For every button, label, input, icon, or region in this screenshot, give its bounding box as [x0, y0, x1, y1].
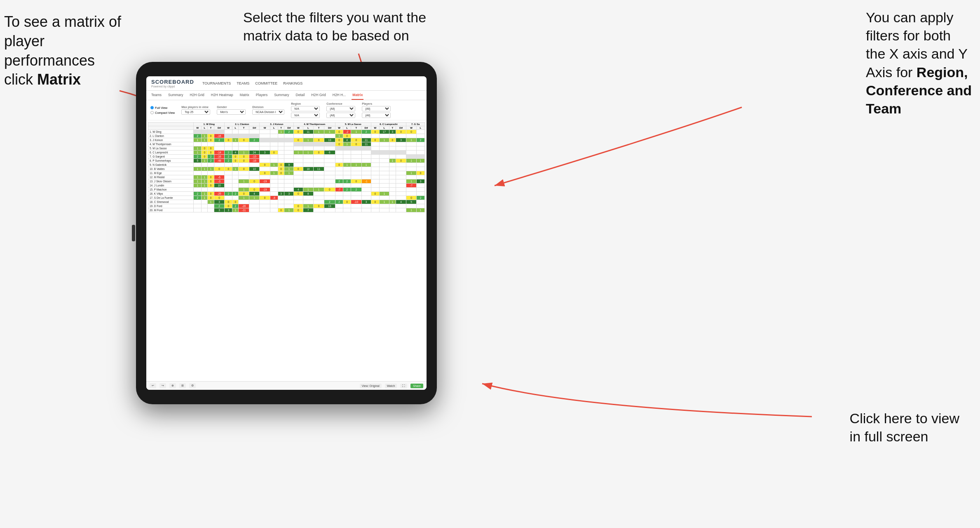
cell-14-22	[389, 188, 396, 192]
cell-16-0: 2	[194, 196, 202, 200]
filter-players: Players (All) (All)	[362, 102, 391, 118]
cell-9-3: 0	[214, 167, 224, 171]
cell-7-7: -16	[249, 159, 259, 163]
cell-0-1	[202, 130, 208, 134]
conference-select-1[interactable]: (All)	[326, 106, 355, 111]
player-name-9: 10. B Valdes	[148, 167, 194, 171]
cell-4-1: 0	[202, 146, 208, 151]
players-select-2[interactable]: (All)	[362, 113, 391, 118]
nav-rankings[interactable]: RANKINGS	[283, 81, 302, 85]
full-view-radio[interactable]	[150, 106, 154, 109]
cell-15-0: 2	[194, 192, 202, 196]
gender-select[interactable]: Men's	[217, 109, 246, 115]
cell-10-22	[389, 171, 396, 175]
settings-btn[interactable]: ⚙	[189, 383, 196, 388]
tab-matrix[interactable]: Matrix	[239, 91, 250, 100]
max-players-select[interactable]: Top 25	[181, 109, 210, 115]
watch-btn[interactable]: Watch	[385, 384, 397, 388]
cell-12-25: 3	[416, 179, 424, 184]
cell-9-4: 0	[225, 167, 232, 171]
tab-h2h-heatmap[interactable]: H2H Heatmap	[210, 91, 234, 100]
view-options: Full View Compact View	[150, 106, 175, 115]
cell-12-23	[396, 179, 406, 184]
cell-13-1: 1	[202, 184, 208, 188]
cell-19-19	[361, 208, 371, 212]
cell-3-8	[260, 142, 270, 146]
tab-detail[interactable]: Detail	[295, 91, 306, 100]
cell-0-8	[260, 130, 270, 134]
cell-2-5: 1	[232, 138, 239, 142]
cell-3-20	[371, 142, 379, 146]
grid-btn[interactable]: ⊞	[179, 383, 186, 388]
tab-h2h-grid[interactable]: H2H Grid	[189, 91, 205, 100]
cell-16-11	[284, 196, 294, 200]
cell-15-16	[335, 192, 343, 196]
cell-1-10	[278, 134, 284, 138]
cell-11-15	[324, 175, 335, 179]
matrix-container[interactable]: 1. W Ding 2. L Clanton 3. J Koivun 4. M …	[146, 120, 427, 381]
cell-16-14	[314, 196, 324, 200]
cell-2-16: 0	[335, 138, 343, 142]
zoom-btn[interactable]: ⊕	[169, 383, 176, 388]
cell-17-25	[416, 200, 424, 204]
cell-2-24: 1	[406, 138, 417, 142]
cell-4-7	[249, 146, 259, 151]
tab-h2h-h[interactable]: H2H H...	[332, 91, 347, 100]
cell-13-6	[239, 184, 249, 188]
compact-view-radio[interactable]	[150, 111, 154, 114]
view-original-btn[interactable]: View: Original	[360, 384, 382, 388]
full-view-option[interactable]: Full View	[150, 106, 175, 110]
cell-2-19: 11	[361, 138, 371, 142]
conference-select-2[interactable]: (All)	[326, 113, 355, 118]
tab-h2h-grid2[interactable]: H2H Grid	[310, 91, 326, 100]
cell-13-9	[270, 184, 278, 188]
cell-16-13	[303, 196, 314, 200]
cell-5-1: 0	[202, 151, 208, 155]
cell-14-9	[270, 188, 278, 192]
nav-tournaments[interactable]: TOURNAMENTS	[202, 81, 231, 85]
cell-2-17: 4	[343, 138, 351, 142]
cell-0-0	[194, 130, 202, 134]
compact-view-option[interactable]: Compact View	[150, 111, 175, 115]
tab-matrix-active[interactable]: Matrix	[352, 91, 363, 100]
division-select[interactable]: NCAA Division I	[252, 109, 284, 115]
redo-btn[interactable]: ↪	[159, 383, 166, 388]
players-select-1[interactable]: (All)	[362, 106, 391, 111]
cell-14-11	[284, 188, 294, 192]
cell-9-23	[396, 167, 406, 171]
region-select-2[interactable]: N/A	[291, 113, 320, 118]
cell-11-0: 1	[194, 175, 202, 179]
nav-teams[interactable]: TEAMS	[237, 81, 249, 85]
cell-5-12: 1	[294, 151, 303, 155]
cell-4-24	[406, 146, 417, 151]
cell-8-8: 0	[260, 163, 270, 167]
cell-7-20	[371, 159, 379, 163]
share-btn[interactable]: Share	[410, 384, 423, 388]
cell-10-15	[324, 171, 335, 175]
cell-16-21	[380, 196, 389, 200]
sub-t1: T	[208, 126, 214, 130]
undo-btn[interactable]: ↩	[150, 383, 156, 388]
sub-dif3: Dif	[284, 126, 294, 130]
fullscreen-btn[interactable]: ⛶	[400, 384, 407, 388]
tab-summary2[interactable]: Summary	[273, 91, 290, 100]
tab-players[interactable]: Players	[255, 91, 268, 100]
cell-13-13	[303, 184, 314, 188]
cell-2-4: 0	[225, 138, 232, 142]
region-select-1[interactable]: N/A	[291, 106, 320, 111]
cell-12-4	[225, 179, 232, 184]
cell-12-19: -1	[361, 179, 371, 184]
tab-summary[interactable]: Summary	[167, 91, 184, 100]
cell-19-12: 0	[294, 208, 303, 212]
cell-1-11	[284, 134, 294, 138]
cell-10-8: 0	[260, 171, 270, 175]
row-label-header	[148, 126, 194, 130]
cell-5-23	[396, 151, 406, 155]
cell-9-19	[361, 167, 371, 171]
nav-committee[interactable]: COMMITTEE	[255, 81, 277, 85]
cell-12-0: 1	[194, 179, 202, 184]
cell-19-17	[343, 208, 351, 212]
tab-teams[interactable]: Teams	[150, 91, 162, 100]
cell-19-14	[314, 208, 324, 212]
cell-14-25	[416, 188, 424, 192]
